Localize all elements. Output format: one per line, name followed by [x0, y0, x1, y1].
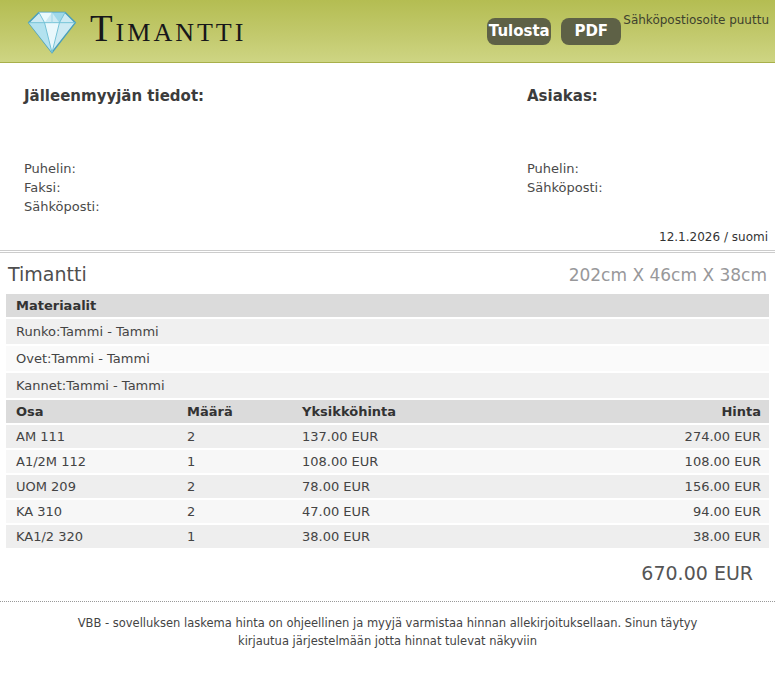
dealer-email-label: Sähköposti: — [24, 197, 527, 216]
cell-unit-price: 137.00 EUR — [302, 429, 571, 444]
cell-part: UOM 209 — [16, 479, 187, 494]
cell-price: 274.00 EUR — [571, 429, 761, 444]
cell-unit-price: 108.00 EUR — [302, 454, 571, 469]
cell-unit-price: 47.00 EUR — [302, 504, 571, 519]
cell-unit-price: 38.00 EUR — [302, 529, 571, 544]
cell-qty: 1 — [187, 529, 302, 544]
customer-email-label: Sähköposti: — [527, 178, 767, 197]
product-dimensions: 202cm X 46cm X 38cm — [569, 265, 767, 285]
table-row: UOM 209 2 78.00 EUR 156.00 EUR — [6, 475, 769, 500]
parts-table-header: Osa Määrä Yksikköhinta Hinta — [6, 400, 769, 425]
disclaimer-text: VBB - sovelluksen laskema hinta on ohjee… — [58, 614, 718, 651]
print-button[interactable]: Tulosta — [487, 18, 551, 45]
dealer-info-block: Jälleenmyyjän tiedot: Puhelin: Faksi: Sä… — [24, 87, 527, 216]
cell-qty: 1 — [187, 454, 302, 469]
cell-part: KA 310 — [16, 504, 187, 519]
dealer-contact-rows: Puhelin: Faksi: Sähköposti: — [24, 159, 527, 216]
brand-logo: Timantti — [24, 6, 246, 56]
cell-price: 94.00 EUR — [571, 504, 761, 519]
product-row: Timantti 202cm X 46cm X 38cm — [0, 253, 775, 294]
materials-header: Materiaalit — [6, 294, 769, 319]
table-row: AM 111 2 137.00 EUR 274.00 EUR — [6, 425, 769, 450]
cell-qty: 2 — [187, 479, 302, 494]
date-locale-text: 12.1.2026 / suomi — [0, 216, 775, 250]
cell-price: 156.00 EUR — [571, 479, 761, 494]
brand-wordmark: Timantti — [90, 10, 246, 53]
dealer-phone-label: Puhelin: — [24, 159, 527, 178]
customer-contact-rows: Puhelin: Sähköposti: — [527, 159, 767, 197]
material-row-runko: Runko:Tammi - Tammi — [6, 319, 769, 346]
col-header-hinta: Hinta — [571, 404, 761, 419]
diamond-icon — [24, 8, 80, 56]
cell-price: 108.00 EUR — [571, 454, 761, 469]
col-header-maara: Määrä — [187, 404, 302, 419]
dealer-title: Jälleenmyyjän tiedot: — [24, 87, 527, 105]
material-row-ovet: Ovet:Tammi - Tammi — [6, 346, 769, 373]
pdf-button[interactable]: PDF — [561, 18, 621, 45]
cell-qty: 2 — [187, 504, 302, 519]
material-row-kannet: Kannet:Tammi - Tammi — [6, 373, 769, 400]
table-row: KA 310 2 47.00 EUR 94.00 EUR — [6, 500, 769, 525]
customer-title: Asiakas: — [527, 87, 767, 105]
app-header: Timantti Tulosta PDF Sähköpostiosoite pu… — [0, 0, 775, 63]
cell-price: 38.00 EUR — [571, 529, 761, 544]
table-row: A1/2M 112 1 108.00 EUR 108.00 EUR — [6, 450, 769, 475]
col-header-osa: Osa — [16, 404, 187, 419]
quote-panel: Materiaalit Runko:Tammi - Tammi Ovet:Tam… — [6, 294, 769, 550]
cell-part: AM 111 — [16, 429, 187, 444]
dealer-fax-label: Faksi: — [24, 178, 527, 197]
cell-part: A1/2M 112 — [16, 454, 187, 469]
customer-info-block: Asiakas: Puhelin: Sähköposti: — [527, 87, 767, 216]
product-name: Timantti — [8, 263, 87, 285]
page-footer: VBB - sovelluksen laskema hinta on ohjee… — [0, 601, 775, 651]
cell-qty: 2 — [187, 429, 302, 444]
cell-part: KA1/2 320 — [16, 529, 187, 544]
customer-phone-label: Puhelin: — [527, 159, 767, 178]
table-row: KA1/2 320 1 38.00 EUR 38.00 EUR — [6, 525, 769, 550]
total-price: 670.00 EUR — [0, 550, 775, 584]
materials-list: Runko:Tammi - Tammi Ovet:Tammi - Tammi K… — [6, 319, 769, 400]
cell-unit-price: 78.00 EUR — [302, 479, 571, 494]
info-section: Jälleenmyyjän tiedot: Puhelin: Faksi: Sä… — [0, 63, 775, 216]
col-header-yksikkohinta: Yksikköhinta — [302, 404, 571, 419]
email-missing-status: Sähköpostiosoite puuttu — [623, 13, 769, 27]
